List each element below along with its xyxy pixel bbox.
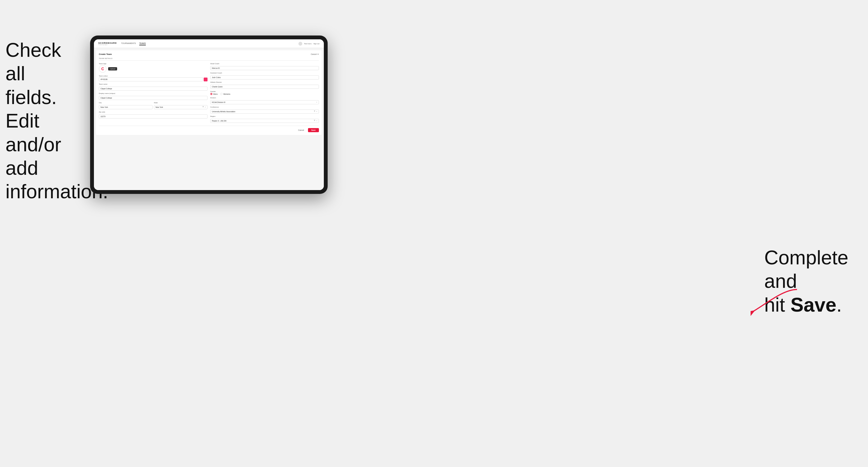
brand-subtitle: Powered by clippd [98,44,117,45]
user-text: Test User | [304,43,312,44]
athletic-director-label: Athletic Director [210,82,319,83]
team-name-field: Team name [99,83,208,91]
tablet-device: SCOREBOARD Powered by clippd TOURNAMENTS… [90,35,328,194]
zip-field: Zip code [99,111,208,119]
region-select-wrapper: Region II - (M) DIII ✕ ⌄ [210,118,319,123]
division-select[interactable]: NCAA Division III [210,100,319,104]
form-right: Head Coach Assistant Coach Athletic Dire… [210,63,319,123]
save-button[interactable]: Save [308,128,319,132]
city-state-row: City State New York ✕ ⌄ [99,102,208,109]
form-page: Create Team Cancel ✕ TEAM DETAILS Team l… [96,50,322,135]
city-input[interactable] [99,105,153,109]
form-grid: Team logo C Upload Team colour [99,63,319,123]
tablet-screen: SCOREBOARD Powered by clippd TOURNAMENTS… [94,39,324,190]
signout-link[interactable]: Sign out [313,43,319,44]
womens-radio-dot [220,93,222,95]
athletic-director-input[interactable] [210,85,319,89]
color-row [99,77,208,82]
city-label: City [99,102,153,103]
head-coach-field: Head Coach [210,63,319,70]
color-swatch[interactable] [204,77,208,82]
annotation-period: . [836,294,842,316]
region-label: Region [210,116,319,117]
nav-tournaments[interactable]: TOURNAMENTS [121,42,136,45]
nav-links: TOURNAMENTS TEAMS [121,42,299,45]
display-name-input[interactable] [99,96,208,100]
state-label: State [154,102,208,103]
display-name-label: Display name (unique) [99,93,208,94]
state-field: State New York ✕ ⌄ [154,102,208,109]
gender-womens-option[interactable]: Womens [220,93,230,95]
gender-field: Gender Mens Womens [210,91,319,95]
navbar: SCOREBOARD Powered by clippd TOURNAMENTS… [94,39,324,48]
region-select[interactable]: Region II - (M) DIII [210,119,319,123]
division-label: Division [210,97,319,99]
head-coach-label: Head Coach [210,63,319,64]
main-content: Create Team Cancel ✕ TEAM DETAILS Team l… [94,48,324,190]
form-cancel-header[interactable]: Cancel ✕ [311,53,319,56]
athletic-director-field: Athletic Director [210,82,319,89]
brand-logo: SCOREBOARD Powered by clippd [98,42,117,45]
womens-label: Womens [223,93,230,95]
gender-mens-option[interactable]: Mens [210,93,218,95]
head-coach-input[interactable] [210,66,319,70]
logo-letter: C [101,67,104,71]
logo-section: C Upload [99,65,208,73]
team-name-input[interactable] [99,87,208,91]
conference-label: Conference [210,106,319,108]
team-colour-field: Team colour [99,75,208,82]
state-select[interactable]: New York [154,105,208,109]
gender-label: Gender [210,91,319,92]
right-arrow [751,284,800,317]
assistant-coach-field: Assistant Coach [210,72,319,80]
nav-teams[interactable]: TEAMS [139,42,146,45]
form-footer: Cancel Save [99,126,319,132]
section-label: TEAM DETAILS [99,58,319,61]
cancel-label: Cancel [311,53,317,55]
zip-input[interactable] [99,115,208,119]
annotation-left: Check all fields. Edit and/or add inform… [5,38,82,204]
logo-circle: C [99,65,106,73]
user-avatar [299,42,302,45]
gender-radio-group: Mens Womens [210,93,319,95]
zip-label: Zip code [99,111,208,113]
form-header: Create Team Cancel ✕ [99,53,319,56]
division-field: Division NCAA Division III ⌄ [210,97,319,104]
conference-field: Conference University Athletic Associati… [210,106,319,114]
conference-select[interactable]: University Athletic Association [210,110,319,114]
form-title: Create Team [99,53,112,56]
team-colour-label: Team colour [99,75,208,77]
assistant-coach-label: Assistant Coach [210,72,319,74]
upload-button[interactable]: Upload [108,67,117,70]
region-field: Region Region II - (M) DIII ✕ ⌄ [210,116,319,123]
mens-radio-dot [210,93,212,95]
mens-label: Mens [213,93,218,95]
form-left: Team logo C Upload Team colour [99,63,208,123]
city-field: City [99,102,153,109]
team-logo-field: Team logo C Upload [99,63,208,73]
team-colour-input[interactable] [99,77,203,82]
conference-select-wrapper: University Athletic Association ✕ ⌄ [210,108,319,114]
annotation-line-1: Check all fields. [5,39,61,108]
close-icon: ✕ [317,53,319,56]
team-name-label: Team name [99,83,208,85]
display-name-field: Display name (unique) [99,93,208,100]
user-section: Test User | Sign out [299,42,319,45]
cancel-button[interactable]: Cancel [296,128,306,132]
division-select-wrapper: NCAA Division III ⌄ [210,99,319,104]
annotation-line-2: Edit and/or add [5,110,61,179]
team-logo-label: Team logo [99,63,208,64]
assistant-coach-input[interactable] [210,75,319,80]
state-select-wrapper: New York ✕ ⌄ [154,104,208,109]
